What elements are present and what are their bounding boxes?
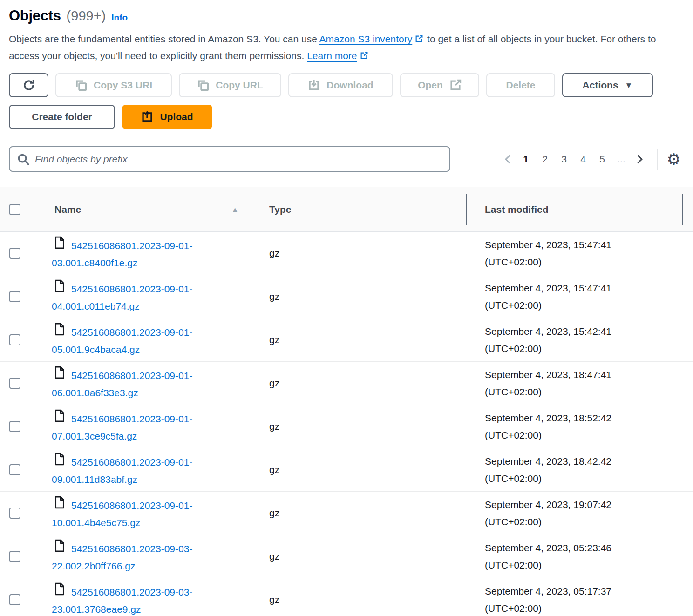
refresh-icon	[23, 79, 35, 91]
info-link[interactable]: Info	[111, 13, 128, 23]
page-number-2[interactable]: 2	[537, 150, 553, 169]
object-type: gz	[251, 535, 467, 578]
select-all-checkbox[interactable]	[9, 204, 20, 215]
table-row: 542516086801.2023-09-01-04.001.c011eb74.…	[0, 275, 693, 318]
external-link-icon	[360, 48, 368, 56]
page-number-3[interactable]: 3	[557, 150, 572, 169]
object-type: gz	[251, 232, 467, 275]
search-input[interactable]	[35, 154, 442, 165]
external-link-icon	[449, 79, 462, 91]
table-row: 542516086801.2023-09-01-07.001.3ce9c5fa.…	[0, 405, 693, 448]
row-checkbox[interactable]	[9, 248, 20, 259]
next-page-button[interactable]	[631, 150, 648, 169]
object-last-modified: September 4, 2023, 18:52:42 (UTC+02:00)	[467, 405, 683, 448]
table-row: 542516086801.2023-09-01-06.001.0a6f33e3.…	[0, 362, 693, 405]
description-text: Objects are the fundamental entities sto…	[9, 34, 319, 44]
file-icon	[54, 582, 65, 596]
download-button[interactable]: Download	[288, 73, 393, 97]
object-name-link[interactable]: 542516086801.2023-09-01-04.001.c011eb74.…	[52, 284, 192, 311]
s3-objects-page: Objects (999+) Info Objects are the fund…	[0, 0, 693, 616]
table-row: 542516086801.2023-09-01-09.001.11d83abf.…	[0, 448, 693, 492]
external-link-icon	[415, 31, 423, 39]
actions-label: Actions	[583, 80, 618, 91]
search-box	[9, 146, 450, 172]
object-type: gz	[251, 318, 467, 361]
create-folder-button[interactable]: Create folder	[9, 105, 115, 129]
object-name-link[interactable]: 542516086801.2023-09-01-05.001.9c4baca4.…	[52, 327, 192, 355]
object-name-link[interactable]: 542516086801.2023-09-01-07.001.3ce9c5fa.…	[52, 413, 192, 441]
page-header: Objects (999+) Info	[9, 7, 682, 24]
pagination: 1 2 3 4 5 ... ⚙︎	[500, 149, 681, 170]
refresh-button[interactable]	[9, 73, 48, 97]
row-checkbox[interactable]	[9, 334, 20, 345]
open-button[interactable]: Open	[400, 73, 479, 97]
page-ellipsis: ...	[614, 150, 629, 169]
row-checkbox[interactable]	[9, 378, 20, 389]
page-title: Objects	[9, 7, 61, 24]
row-checkbox[interactable]	[9, 551, 20, 562]
file-icon	[54, 453, 65, 466]
object-last-modified: September 4, 2023, 15:47:41 (UTC+02:00)	[467, 275, 683, 318]
table-row: 542516086801.2023-09-01-03.001.c8400f1e.…	[0, 232, 693, 275]
table-row: 542516086801.2023-09-03-22.002.2b0ff766.…	[0, 535, 693, 578]
object-last-modified: September 4, 2023, 15:47:41 (UTC+02:00)	[467, 232, 683, 275]
row-checkbox[interactable]	[9, 291, 20, 302]
open-label: Open	[418, 80, 443, 91]
object-type: gz	[251, 405, 467, 448]
learn-more-link[interactable]: Learn more	[307, 50, 357, 61]
object-last-modified: September 4, 2023, 05:23:46 (UTC+02:00)	[467, 535, 683, 578]
actions-dropdown-button[interactable]: Actions ▼	[562, 73, 653, 97]
table-row: 542516086801.2023-09-01-10.001.4b4e5c75.…	[0, 492, 693, 535]
create-folder-label: Create folder	[32, 111, 92, 122]
column-header-last-modified[interactable]: Last modified	[467, 187, 683, 231]
column-header-type[interactable]: Type	[251, 187, 467, 231]
object-name-link[interactable]: 542516086801.2023-09-03-22.002.2b0ff766.…	[52, 543, 192, 571]
object-last-modified: September 4, 2023, 18:47:41 (UTC+02:00)	[467, 362, 683, 405]
file-icon	[54, 539, 65, 552]
file-icon	[54, 366, 65, 379]
file-icon	[54, 409, 65, 422]
object-last-modified: September 4, 2023, 18:42:42 (UTC+02:00)	[467, 448, 683, 491]
previous-page-button[interactable]	[500, 150, 516, 169]
copy-s3-uri-button[interactable]: Copy S3 URI	[55, 73, 172, 97]
table-header-row: Name ▲ Type Last modified	[0, 187, 693, 232]
delete-label: Delete	[506, 80, 535, 91]
download-label: Download	[326, 80, 373, 91]
object-name-link[interactable]: 542516086801.2023-09-01-06.001.0a6f33e3.…	[52, 370, 192, 398]
row-checkbox[interactable]	[9, 464, 20, 475]
object-name-link[interactable]: 542516086801.2023-09-01-10.001.4b4e5c75.…	[52, 500, 192, 528]
row-checkbox[interactable]	[9, 421, 20, 432]
row-checkbox[interactable]	[9, 594, 20, 605]
object-name-link[interactable]: 542516086801.2023-09-01-03.001.c8400f1e.…	[52, 240, 192, 268]
file-icon	[54, 279, 65, 292]
table-row: 542516086801.2023-09-03-23.001.3768eae9.…	[0, 578, 693, 616]
row-checkbox[interactable]	[9, 508, 20, 519]
object-last-modified: September 4, 2023, 05:17:37 (UTC+02:00)	[467, 578, 683, 616]
page-description: Objects are the fundamental entities sto…	[9, 31, 682, 64]
delete-button[interactable]: Delete	[486, 73, 555, 97]
amazon-s3-inventory-link[interactable]: Amazon S3 inventory	[319, 34, 413, 44]
file-icon	[54, 496, 65, 509]
sort-ascending-icon[interactable]: ▲	[231, 205, 238, 213]
page-number-5[interactable]: 5	[595, 150, 610, 169]
copy-icon	[197, 79, 209, 91]
object-name-link[interactable]: 542516086801.2023-09-01-09.001.11d83abf.…	[52, 457, 192, 485]
page-number-4[interactable]: 4	[576, 150, 591, 169]
preferences-gear-icon[interactable]: ⚙︎	[667, 151, 681, 167]
object-last-modified: September 4, 2023, 15:42:41 (UTC+02:00)	[467, 318, 683, 361]
file-icon	[54, 323, 65, 336]
object-name-link[interactable]: 542516086801.2023-09-03-23.001.3768eae9.…	[52, 587, 192, 615]
file-icon	[54, 236, 65, 249]
page-number-1[interactable]: 1	[518, 150, 534, 169]
download-icon	[308, 79, 320, 91]
copy-icon	[75, 79, 87, 91]
column-header-name[interactable]: Name ▲	[36, 187, 251, 231]
upload-icon	[141, 111, 153, 123]
object-type: gz	[251, 578, 467, 616]
object-type: gz	[251, 275, 467, 318]
object-type: gz	[251, 448, 467, 491]
objects-table: Name ▲ Type Last modified 542516086801.2…	[0, 187, 693, 616]
search-icon	[17, 153, 29, 165]
copy-url-button[interactable]: Copy URL	[179, 73, 281, 97]
upload-button[interactable]: Upload	[122, 105, 212, 129]
